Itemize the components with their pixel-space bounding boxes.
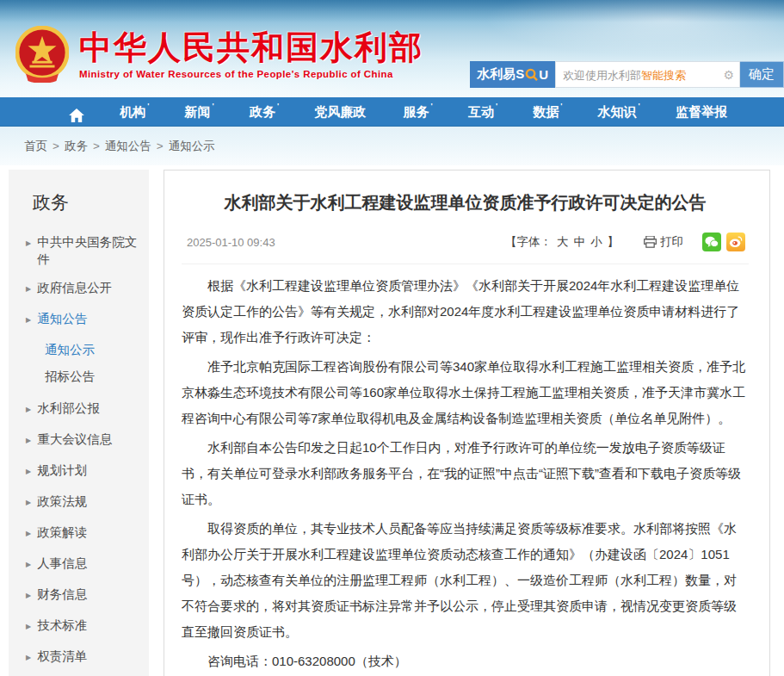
sidebar-item-finance[interactable]: ▶财务信息 [26, 586, 140, 605]
font-size-control: 【字体：大中小】 [503, 234, 621, 250]
search-brand: 水利易S U [470, 61, 555, 88]
sidebar-item-policy-interpretation[interactable]: ▶政策解读 [26, 524, 140, 543]
content-area: 政务 ▶中共中央国务院文件 ▶政府信息公开 ▶通知公告 通知公示 招标公告 ▶水… [0, 165, 784, 676]
paragraph: 水利部自本公告印发之日起10个工作日内，对准予行政许可的单位统一发放电子资质等级… [182, 435, 749, 512]
sidebar-item-label: 人事信息 [37, 555, 87, 572]
triangle-bullet-icon: ▶ [26, 281, 31, 298]
sidebar-item-responsibility-list[interactable]: ▶权责清单 [26, 648, 140, 667]
main-nav: 机构' 新闻' 政务' 党风廉政 服务' 互动' 数据' 水知识' 监督举报 [0, 97, 784, 127]
national-emblem-icon [15, 26, 69, 83]
breadcrumb-home[interactable]: 首页 [24, 140, 47, 152]
font-label-open: 【字体： [505, 235, 552, 248]
triangle-bullet-icon: ▶ [26, 587, 31, 605]
nav-item-news[interactable]: 新闻' [185, 97, 214, 127]
nav-item-party[interactable]: 党风廉政 [314, 97, 367, 127]
dropdown-caret-icon: ' [213, 102, 214, 110]
breadcrumb-separator: > [157, 140, 164, 152]
font-size-medium[interactable]: 中 [574, 235, 586, 248]
triangle-bullet-icon: ▶ [26, 618, 31, 636]
article-meta-row: 2025-01-10 09:43 【字体：大中小】 打印 [182, 233, 749, 264]
sidebar-item-label: 技术标准 [37, 617, 87, 634]
sidebar-item-policies-laws[interactable]: ▶政策法规 [26, 493, 140, 512]
nav-item-orgs[interactable]: 机构' [120, 97, 149, 127]
dropdown-caret-icon: ' [560, 102, 562, 110]
dropdown-caret-icon: ' [147, 102, 149, 110]
nav-item-interact[interactable]: 互动' [468, 97, 497, 127]
search-input[interactable] [556, 62, 739, 87]
sidebar-item-info-disclosure[interactable]: ▶政府信息公开 [26, 279, 140, 299]
article-title: 水利部关于水利工程建设监理单位资质准予行政许可决定的公告 [207, 189, 723, 215]
font-label-close: 】 [608, 235, 620, 248]
dropdown-caret-icon: ' [496, 102, 497, 110]
nav-label: 水知识 [598, 104, 637, 119]
site-brand: 中华人民共和国水利部 Ministry of Water Resources o… [15, 26, 423, 83]
breadcrumb-separator: > [93, 140, 100, 152]
breadcrumb-separator: > [52, 140, 59, 152]
font-size-large[interactable]: 大 [557, 235, 569, 248]
sidebar-item-label: 招标公告 [45, 368, 95, 385]
search-submit-button[interactable]: 确定 [740, 61, 784, 88]
sidebar-item-central-docs[interactable]: ▶中共中央国务院文件 [26, 233, 140, 268]
sidebar-item-gazette[interactable]: ▶水利部公报 [26, 400, 140, 419]
nav-item-data[interactable]: 数据' [533, 97, 562, 127]
sidebar-item-tech-standards[interactable]: ▶技术标准 [26, 617, 140, 636]
search-brand-right: U [539, 67, 548, 82]
nav-label: 机构 [120, 104, 145, 119]
sidebar-item-label: 政策解读 [37, 524, 87, 541]
wechat-share-icon[interactable] [702, 233, 721, 251]
home-icon [69, 109, 84, 122]
nav-label: 党风廉政 [314, 104, 366, 119]
print-button[interactable]: 打印 [644, 234, 683, 250]
sidebar-item-label: 规划计划 [37, 462, 87, 479]
sidebar-item-bidding[interactable]: 招标公告 [26, 368, 140, 385]
paragraph: 准予北京帕克国际工程咨询股份有限公司等340家单位取得水利工程施工监理相关资质，… [182, 354, 749, 431]
printer-icon [644, 236, 657, 248]
search-input-wrap: 欢迎使用水利部智能搜索 ⚙ [555, 61, 740, 88]
triangle-bullet-icon: ▶ [26, 649, 31, 667]
nav-label: 服务 [404, 104, 429, 119]
triangle-bullet-icon: ▶ [26, 556, 31, 574]
weibo-share-icon[interactable] [726, 233, 745, 251]
sidebar-item-label: 通知公示 [45, 341, 95, 358]
breadcrumb-gov[interactable]: 政务 [65, 140, 88, 152]
site-banner: 中华人民共和国水利部 Ministry of Water Resources o… [0, 0, 784, 97]
sidebar: 政务 ▶中共中央国务院文件 ▶政府信息公开 ▶通知公告 通知公示 招标公告 ▶水… [9, 170, 149, 676]
nav-item-services[interactable]: 服务' [404, 97, 433, 127]
triangle-bullet-icon: ▶ [26, 463, 31, 481]
share-buttons [697, 233, 745, 251]
nav-label: 新闻 [185, 104, 211, 119]
nav-label: 互动 [468, 104, 494, 119]
paragraph: 根据《水利工程建设监理单位资质管理办法》《水利部关于开展2024年水利工程建设监… [182, 273, 749, 350]
sidebar-title: 政务 [33, 190, 140, 214]
nav-item-report[interactable]: 监督举报 [676, 97, 729, 127]
contact-phone-line-1: 咨询电话：010-63208000（技术） [182, 648, 749, 674]
triangle-bullet-icon: ▶ [26, 494, 31, 512]
magnifier-icon [525, 68, 538, 81]
triangle-bullet-icon: ▶ [26, 235, 31, 252]
triangle-bullet-icon: ▶ [26, 432, 31, 450]
nav-label: 监督举报 [676, 104, 727, 119]
search-bar: 水利易S U 欢迎使用水利部智能搜索 ⚙ 确定 [470, 61, 784, 88]
sidebar-item-major-meetings[interactable]: ▶重大会议信息 [26, 431, 140, 450]
dropdown-caret-icon: ' [277, 102, 279, 110]
breadcrumb-current[interactable]: 通知公示 [169, 140, 215, 152]
gear-icon[interactable]: ⚙ [723, 67, 734, 83]
font-size-small[interactable]: 小 [590, 235, 602, 248]
site-subtitle: Ministry of Water Resources of the Peopl… [79, 69, 423, 79]
sidebar-item-notices[interactable]: ▶通知公告 [26, 310, 140, 330]
dropdown-caret-icon: ' [431, 102, 433, 110]
sidebar-item-personnel[interactable]: ▶人事信息 [26, 555, 140, 574]
breadcrumb-notices[interactable]: 通知公告 [105, 140, 151, 152]
breadcrumb-strip: 首页>政务>通知公告>通知公示 [0, 127, 784, 165]
sidebar-item-label: 重大会议信息 [37, 431, 112, 448]
sidebar-item-plans[interactable]: ▶规划计划 [26, 462, 140, 481]
nav-home[interactable] [69, 101, 84, 122]
sidebar-item-notice-publicity[interactable]: 通知公示 [26, 341, 140, 358]
article-panel: 水利部关于水利工程建设监理单位资质准予行政许可决定的公告 2025-01-10 … [164, 170, 770, 676]
dropdown-caret-icon: ' [639, 102, 640, 110]
sidebar-item-label: 政策法规 [37, 493, 87, 510]
paragraph: 取得资质的单位，其专业技术人员配备等应当持续满足资质等级标准要求。水利部将按照《… [182, 516, 749, 645]
nav-item-gov[interactable]: 政务' [250, 97, 279, 127]
sidebar-item-label: 政府信息公开 [37, 279, 112, 296]
nav-item-knowledge[interactable]: 水知识' [598, 97, 640, 127]
